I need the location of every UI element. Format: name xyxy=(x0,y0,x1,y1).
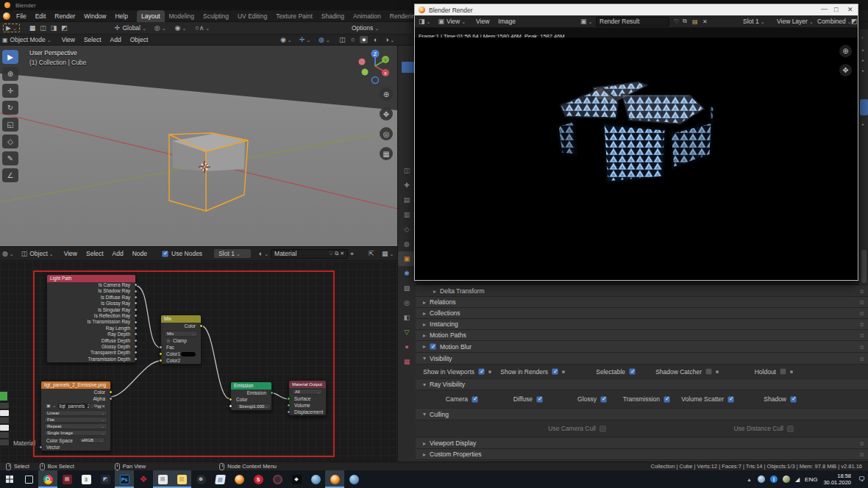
image-unlink-icon[interactable]: ✕ xyxy=(102,403,105,409)
ne-menu-select[interactable]: Select xyxy=(82,250,108,257)
node-material-output[interactable]: Material Output All Surface Volume Displ… xyxy=(288,380,327,416)
menu-file[interactable]: File xyxy=(12,12,31,20)
image-browse-icon[interactable]: ▣ xyxy=(578,18,594,25)
socket-is-shadow-ray[interactable] xyxy=(134,290,138,293)
shader-type-dropdown[interactable]: Object xyxy=(29,250,53,257)
editor-type-icon[interactable]: ▣ xyxy=(0,37,10,43)
blender-logo-icon[interactable] xyxy=(3,12,10,20)
workspace-tab-uv-editing[interactable]: UV Editing xyxy=(233,10,271,22)
section-instancing[interactable]: Instancing xyxy=(416,319,868,330)
view-layer-dropdown[interactable]: View Layer xyxy=(777,18,814,25)
socket-is-singular-ray[interactable] xyxy=(134,308,138,312)
ne-menu-node[interactable]: Node xyxy=(128,250,152,257)
tab-particle-properties[interactable]: ▨ xyxy=(398,281,416,295)
node-image-texture[interactable]: ligt_pannels_2_Emissive.png Color Alpha … xyxy=(40,381,111,451)
tab-render-properties[interactable]: ◫ xyxy=(398,163,416,178)
ortho-grid-icon[interactable]: ▦ xyxy=(380,147,393,160)
slot-dropdown[interactable]: Slot 1 xyxy=(214,249,251,258)
section-culling[interactable]: Culling xyxy=(416,409,868,420)
tab-scene-properties[interactable]: ◇ xyxy=(398,222,416,237)
tab-object-data-properties[interactable]: ▽ xyxy=(398,325,416,340)
tool-move[interactable]: ✛ xyxy=(2,84,18,98)
tab-world-properties[interactable]: ◍ xyxy=(398,237,416,251)
drag-grip-icon[interactable] xyxy=(859,287,864,295)
snap-node-icon[interactable]: ▦ xyxy=(380,250,396,257)
viewport-3d[interactable]: Z Y X User Perspective (1) Collection | … xyxy=(0,46,397,246)
node-light-path[interactable]: Light Path Is Camera Ray Is Shadow Ray I… xyxy=(46,274,136,363)
orientation-dropdown[interactable]: Global xyxy=(122,24,146,32)
source-dropdown[interactable]: Single Image xyxy=(44,430,107,436)
panel-chevron-icon[interactable]: ▸ xyxy=(862,47,864,52)
taskbar-explorer[interactable]: ▥ xyxy=(172,470,191,488)
tool-transform[interactable]: ◇ xyxy=(2,134,18,148)
tool-cursor[interactable]: ⊕ xyxy=(2,67,18,81)
socket-emission-strength[interactable] xyxy=(229,404,232,408)
taskbar-app-blue1[interactable] xyxy=(306,470,325,488)
tab-view-layer-properties[interactable]: ▥ xyxy=(398,207,416,222)
select-mode-subtract-icon[interactable]: ◨ xyxy=(49,24,60,32)
node-mix[interactable]: Mix Color Mix Clamp Fac Color1 Color2 xyxy=(160,315,202,365)
animate-dot[interactable] xyxy=(716,370,719,373)
task-view-button[interactable] xyxy=(19,470,38,488)
collapse-chevron-icon[interactable]: ‹ xyxy=(861,35,863,40)
section-motion-blur[interactable]: Motion Blur xyxy=(416,341,868,353)
tab-tool-properties[interactable]: ✚ xyxy=(398,178,416,193)
ne-menu-view[interactable]: View xyxy=(60,250,82,257)
material-browse-icon[interactable]: ◐ xyxy=(257,250,271,257)
animate-dot[interactable] xyxy=(790,370,793,373)
socket-output-displacement[interactable] xyxy=(287,410,291,414)
socket-mix-color2[interactable] xyxy=(159,359,163,362)
snap-magnet-icon[interactable]: ◉ xyxy=(173,24,189,32)
tab-material-properties[interactable]: ● xyxy=(398,340,416,354)
use-distance-cull-checkbox[interactable] xyxy=(787,426,794,432)
drag-grip-icon[interactable] xyxy=(859,439,864,447)
tray-app-icon-3[interactable] xyxy=(783,476,790,483)
ray-camera-checkbox[interactable] xyxy=(472,396,478,403)
workspace-tab-texture-paint[interactable]: Texture Paint xyxy=(271,10,317,22)
pan-hand-icon[interactable]: ✥ xyxy=(380,107,393,121)
fake-user-icon[interactable]: ♡ xyxy=(329,251,333,256)
camera-view-icon[interactable]: ◎ xyxy=(380,127,393,140)
drag-grip-icon[interactable] xyxy=(859,331,864,339)
start-button[interactable] xyxy=(0,470,19,488)
socket-is-diffuse-ray[interactable] xyxy=(134,295,138,299)
tab-output-properties[interactable]: ▤ xyxy=(398,193,416,207)
socket-image-vector[interactable] xyxy=(39,445,43,449)
socket-mix-color1[interactable] xyxy=(159,352,163,356)
taskbar-paint-page[interactable]: ▨ xyxy=(210,470,230,488)
visibility-dropdown-icon[interactable]: ◉ xyxy=(278,36,294,43)
node-light-path-header[interactable]: Light Path xyxy=(47,275,135,282)
fake-user-icon[interactable]: ♡ xyxy=(674,18,679,25)
shading-material-icon[interactable]: ◐ xyxy=(371,36,380,43)
rw-menu-view[interactable]: View xyxy=(472,18,494,25)
proportional-edit-icon[interactable]: ○∧ xyxy=(193,24,212,32)
use-nodes-checkbox[interactable] xyxy=(162,251,168,257)
select-mode-invert-icon[interactable]: ◩ xyxy=(59,24,70,32)
socket-ray-length[interactable] xyxy=(134,326,138,330)
taskbar-app-book[interactable]: ▤ xyxy=(57,470,77,488)
node-image-header[interactable]: ligt_pannels_2_Emissive.png xyxy=(41,381,110,389)
overlays-dropdown-icon[interactable]: ◍ xyxy=(316,36,332,43)
taskbar-app-ring[interactable] xyxy=(268,470,287,488)
clamp-checkbox[interactable] xyxy=(166,339,171,343)
selectable-checkbox[interactable] xyxy=(629,368,636,375)
language-indicator[interactable]: ENG xyxy=(805,476,817,483)
tool-select-box[interactable]: ▶ xyxy=(2,50,18,64)
open-image-icon[interactable]: ▤ xyxy=(692,18,698,25)
panel-chevron-icon[interactable]: ▸ xyxy=(862,57,864,62)
drag-grip-icon[interactable] xyxy=(859,320,864,328)
image-datablock-name[interactable]: ligt_pannels_2_.. xyxy=(58,403,89,409)
section-visibility[interactable]: Visibility xyxy=(416,353,868,365)
tab-physics-properties[interactable]: ◎ xyxy=(398,295,416,310)
material-name-field[interactable]: Material ♡ ⧉ ✕ xyxy=(271,249,348,259)
socket-transmission-depth[interactable] xyxy=(134,357,138,361)
animate-dot[interactable] xyxy=(562,370,565,373)
section-viewport-display[interactable]: Viewport Display xyxy=(416,438,868,449)
socket-diffuse-depth[interactable] xyxy=(134,339,138,342)
shading-rendered-icon[interactable]: ◑ xyxy=(383,36,396,43)
show-in-renders-checkbox[interactable] xyxy=(552,368,558,375)
shadow-catcher-checkbox[interactable] xyxy=(705,368,712,375)
strength-field[interactable]: Strengt1.000 xyxy=(236,403,271,409)
pass-options-icon[interactable]: ◩ xyxy=(849,18,860,25)
taskbar-app-blue2[interactable] xyxy=(344,470,363,488)
